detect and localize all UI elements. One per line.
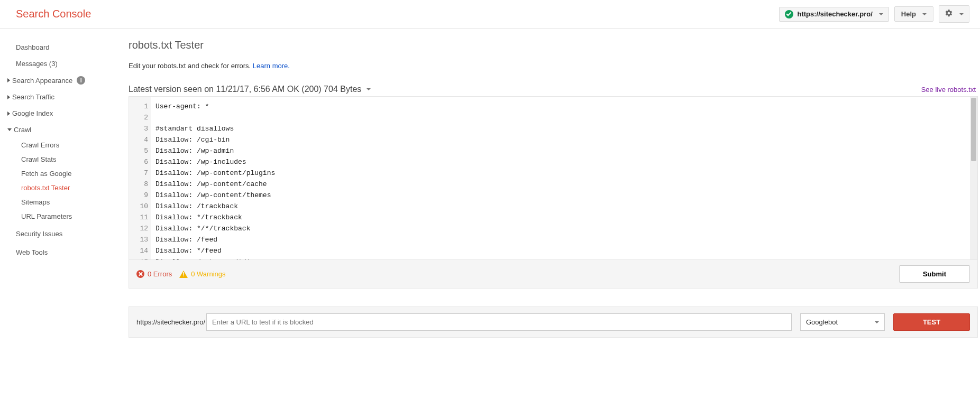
code-line[interactable]: Disallow: /category/*/* xyxy=(155,256,977,260)
line-number: 8 xyxy=(129,179,148,190)
line-number: 13 xyxy=(129,234,148,245)
code-editor[interactable]: 123456789101112131415 User-agent: *#stan… xyxy=(129,96,978,260)
code-area[interactable]: User-agent: *#standart disallowsDisallow… xyxy=(151,97,977,259)
line-number: 5 xyxy=(129,145,148,156)
caret-down-icon xyxy=(367,88,371,90)
warnings-count: 0 Warnings xyxy=(191,270,225,278)
warning-icon xyxy=(179,271,188,278)
sidebar-group-google-index[interactable]: Google Index xyxy=(0,105,114,122)
sidebar-item-dashboard[interactable]: Dashboard xyxy=(0,39,114,55)
sidebar-group-search-appearance[interactable]: Search Appearance i xyxy=(0,72,114,89)
sidebar-group-crawl[interactable]: Crawl xyxy=(0,122,114,138)
code-line[interactable]: Disallow: /cgi-bin xyxy=(155,134,977,145)
property-selector[interactable]: https://sitechecker.pro/ xyxy=(779,7,889,22)
layout: Dashboard Messages (3) Search Appearance… xyxy=(0,29,980,348)
desc-text: Edit your robots.txt and check for error… xyxy=(129,62,253,70)
header: Search Console https://sitechecker.pro/ … xyxy=(0,0,980,29)
line-number: 4 xyxy=(129,134,148,145)
sidebar-item-messages[interactable]: Messages (3) xyxy=(0,55,114,72)
property-url: https://sitechecker.pro/ xyxy=(798,10,873,18)
page-description: Edit your robots.txt and check for error… xyxy=(129,62,980,70)
triangle-right-icon xyxy=(7,95,10,99)
url-prefix: https://sitechecker.pro/ xyxy=(136,318,205,326)
sidebar-item-web-tools[interactable]: Web Tools xyxy=(0,242,114,261)
header-right: https://sitechecker.pro/ Help xyxy=(779,5,970,23)
sidebar-sub-fetch-as-google[interactable]: Fetch as Google xyxy=(0,166,114,181)
scrollbar-thumb[interactable] xyxy=(971,98,976,161)
triangle-right-icon xyxy=(7,78,10,82)
line-number: 10 xyxy=(129,201,148,212)
code-line[interactable]: Disallow: /wp-content/themes xyxy=(155,190,977,201)
line-number: 3 xyxy=(129,123,148,134)
code-line[interactable]: Disallow: /feed xyxy=(155,234,977,245)
triangle-right-icon xyxy=(7,111,10,116)
learn-more-link[interactable]: Learn more. xyxy=(253,62,290,70)
sidebar-sub-url-parameters[interactable]: URL Parameters xyxy=(0,209,114,224)
page-title: robots.txt Tester xyxy=(129,39,980,51)
caret-down-icon xyxy=(879,13,883,15)
line-number: 2 xyxy=(129,112,148,123)
sidebar-sub-sitemaps[interactable]: Sitemaps xyxy=(0,195,114,209)
help-button[interactable]: Help xyxy=(894,6,933,22)
sidebar-label: Crawl xyxy=(14,126,31,134)
status-left: 0 Errors 0 Warnings xyxy=(136,270,226,278)
line-number: 15 xyxy=(129,256,148,260)
sidebar-label: Search Appearance xyxy=(12,77,72,85)
code-line[interactable]: Disallow: /wp-admin xyxy=(155,145,977,156)
info-icon: i xyxy=(77,76,85,85)
editor-section: Latest version seen on 11/21/17, 6:56 AM… xyxy=(129,85,978,338)
code-line[interactable]: Disallow: /wp-content/cache xyxy=(155,179,977,190)
triangle-down-icon xyxy=(7,128,12,131)
version-row: Latest version seen on 11/21/17, 6:56 AM… xyxy=(129,85,978,94)
line-number: 9 xyxy=(129,190,148,201)
code-line[interactable]: User-agent: * xyxy=(155,101,977,112)
main-content: robots.txt Tester Edit your robots.txt a… xyxy=(114,29,980,348)
editor-scrollbar[interactable] xyxy=(970,97,977,259)
code-line[interactable]: #standart disallows xyxy=(155,123,977,134)
code-line[interactable]: Disallow: */feed xyxy=(155,245,977,256)
version-dropdown[interactable]: Latest version seen on 11/21/17, 6:56 AM… xyxy=(129,85,371,94)
line-number: 1 xyxy=(129,101,148,112)
test-button[interactable]: TEST xyxy=(893,313,970,331)
errors-count: 0 Errors xyxy=(148,270,172,278)
url-input[interactable] xyxy=(206,313,792,331)
bot-label: Googlebot xyxy=(806,318,838,326)
line-number: 6 xyxy=(129,156,148,168)
status-bar: 0 Errors 0 Warnings Submit xyxy=(129,260,978,289)
line-number: 12 xyxy=(129,223,148,234)
version-text: Latest version seen on 11/21/17, 6:56 AM… xyxy=(129,85,361,94)
sidebar-label: Google Index xyxy=(12,109,53,117)
line-number: 7 xyxy=(129,168,148,179)
gear-icon xyxy=(945,9,953,19)
code-line[interactable]: Disallow: */trackback xyxy=(155,212,977,223)
submit-button[interactable]: Submit xyxy=(899,265,970,283)
code-line[interactable]: Disallow: /wp-includes xyxy=(155,156,977,168)
caret-down-icon xyxy=(875,321,879,323)
settings-button[interactable] xyxy=(939,5,969,23)
caret-down-icon xyxy=(922,13,927,15)
sidebar-label: Search Traffic xyxy=(12,93,54,101)
sidebar-sub-crawl-errors[interactable]: Crawl Errors xyxy=(0,138,114,152)
sidebar-item-security-issues[interactable]: Security Issues xyxy=(0,224,114,242)
sidebar-sub-robots-tester[interactable]: robots.txt Tester xyxy=(0,181,114,195)
test-bar: https://sitechecker.pro/ Googlebot TEST xyxy=(129,306,978,338)
code-line[interactable]: Disallow: /wp-content/plugins xyxy=(155,168,977,179)
line-gutter: 123456789101112131415 xyxy=(129,97,151,259)
line-number: 14 xyxy=(129,245,148,256)
sidebar-group-search-traffic[interactable]: Search Traffic xyxy=(0,89,114,105)
bot-selector[interactable]: Googlebot xyxy=(800,313,885,331)
error-icon xyxy=(136,270,144,278)
check-icon xyxy=(785,10,793,18)
live-robots-link[interactable]: See live robots.txt xyxy=(921,86,976,94)
code-line[interactable]: Disallow: */*/trackback xyxy=(155,223,977,234)
help-label: Help xyxy=(901,10,916,18)
sidebar: Dashboard Messages (3) Search Appearance… xyxy=(0,29,114,348)
sidebar-sub-crawl-stats[interactable]: Crawl Stats xyxy=(0,152,114,166)
line-number: 11 xyxy=(129,212,148,223)
code-line[interactable] xyxy=(155,112,977,123)
code-line[interactable]: Disallow: /trackback xyxy=(155,201,977,212)
brand-title: Search Console xyxy=(16,8,91,20)
caret-down-icon xyxy=(959,13,964,15)
